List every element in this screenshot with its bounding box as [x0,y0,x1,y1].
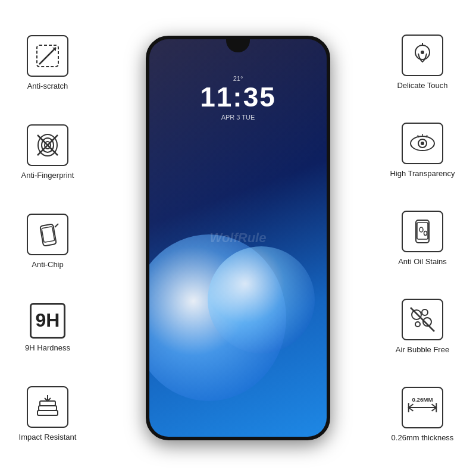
air-bubble-label: Air Bubble Free [396,345,449,354]
bubble-icon [407,304,438,335]
svg-point-28 [422,309,428,315]
chip-icon [33,220,62,249]
anti-fingerprint-label: Anti-Fingerprint [21,171,74,180]
impact-resistant-label: Impact Resistant [19,433,77,441]
feature-air-bubble: Air Bubble Free [396,299,449,354]
main-container: Anti-scratch Anti-Fingerprint [0,0,476,476]
features-left-column: Anti-scratch Anti-Fingerprint [0,0,95,476]
feature-delicate-touch: Delicate Touch [397,35,447,90]
svg-point-19 [421,142,424,145]
oil-icon-box [402,211,443,252]
oil-icon [408,217,437,246]
feature-anti-chip: Anti-Chip [27,214,68,269]
svg-point-25 [419,227,423,232]
feature-anti-fingerprint: Anti-Fingerprint [21,124,74,180]
phone-outer: 21° 11:35 APR 3 TUE WolfRule [146,36,330,440]
watermark: WolfRule [210,230,267,246]
svg-line-1 [39,48,56,64]
clock-time: 11:35 [149,82,327,112]
clock-display: 21° 11:35 APR 3 TUE [149,75,327,121]
eye-icon [407,129,438,158]
anti-scratch-label: Anti-scratch [27,82,68,90]
svg-rect-11 [39,406,57,411]
touch-icon-box [402,35,443,76]
anti-chip-label: Anti-Chip [32,260,63,269]
impact-icon [33,394,62,420]
feature-anti-scratch: Anti-scratch [27,35,68,90]
anti-chip-icon-box [27,214,68,255]
svg-point-26 [424,231,427,235]
9h-label: 9H Hardness [25,343,70,352]
clock-date: APR 3 TUE [149,114,327,121]
thickness-icon: 0.26MM [403,390,442,425]
svg-rect-9 [42,226,55,242]
feature-impact-resistant: Impact Resistant [19,386,77,441]
svg-point-27 [412,310,421,320]
anti-oil-label: Anti Oil Stains [398,257,447,266]
scratch-icon [33,42,62,70]
touch-icon [408,40,437,70]
feature-9h-hardness: 9H 9H Hardness [25,303,70,352]
bubble-orb-2 [208,246,315,353]
feature-high-transparency: High Transparency [390,123,455,178]
svg-point-15 [421,51,424,54]
transparency-icon-box [402,123,443,164]
9h-text: 9H [36,309,60,331]
bubble-icon-box [402,299,443,340]
thickness-label: 0.26mm thickness [392,433,454,442]
phone-wrapper: 21° 11:35 APR 3 TUE WolfRule [146,36,330,440]
feature-thickness: 0.26MM 0.26mm thickness [392,387,454,442]
thickness-icon-box: 0.26MM [402,387,443,428]
fingerprint-icon [33,130,62,160]
feature-anti-oil: Anti Oil Stains [398,211,447,266]
impact-icon-box [27,386,68,428]
delicate-touch-label: Delicate Touch [397,81,447,90]
high-transparency-label: High Transparency [390,169,455,178]
anti-scratch-icon-box [27,35,68,77]
svg-rect-10 [37,411,58,415]
9h-icon-box: 9H [30,303,65,339]
svg-point-30 [415,322,420,327]
phone-screen: 21° 11:35 APR 3 TUE WolfRule [149,39,327,437]
anti-fingerprint-icon-box [27,124,68,166]
features-right-column: Delicate Touch High Transparency [369,0,476,476]
svg-text:0.26MM: 0.26MM [412,396,433,403]
